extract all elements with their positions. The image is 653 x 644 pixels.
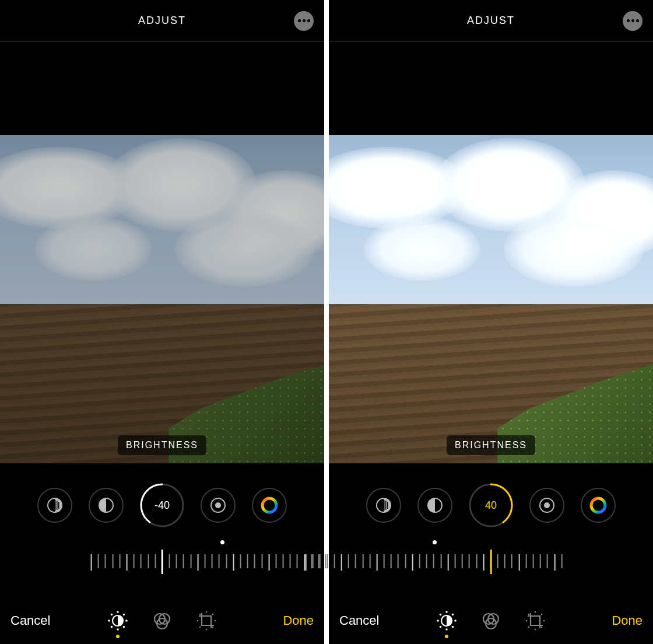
controls: -40 Cancel Done bbox=[0, 463, 324, 644]
cancel-button[interactable]: Cancel bbox=[10, 613, 50, 628]
contrast-dial[interactable] bbox=[89, 488, 124, 523]
ruler-tick bbox=[197, 554, 198, 571]
ruler-tick bbox=[355, 554, 356, 568]
svg-point-51 bbox=[543, 620, 545, 622]
adjustment-label-pill: BRIGHTNESS bbox=[447, 435, 535, 455]
filters-mode-icon[interactable] bbox=[150, 609, 174, 632]
header-title: ADJUST bbox=[467, 15, 515, 27]
bottom-bar: Cancel Done bbox=[0, 597, 324, 644]
ruler-tick bbox=[105, 554, 106, 568]
ruler-tick bbox=[433, 554, 434, 568]
adjustment-label: BRIGHTNESS bbox=[118, 435, 206, 455]
contrast-dial[interactable] bbox=[417, 488, 452, 523]
ruler-tick bbox=[540, 554, 541, 568]
svg-point-56 bbox=[528, 627, 530, 628]
ruler-tick bbox=[226, 554, 227, 568]
svg-point-53 bbox=[526, 620, 528, 622]
active-mode-indicator bbox=[445, 635, 448, 638]
ruler-tick bbox=[476, 554, 477, 568]
blackpoint-dial[interactable] bbox=[201, 488, 236, 523]
ruler-tick bbox=[268, 554, 269, 571]
brightness-dial[interactable]: -40 bbox=[140, 483, 184, 527]
svg-point-22 bbox=[215, 620, 216, 622]
ruler-tick bbox=[497, 554, 498, 568]
svg-point-43 bbox=[440, 614, 442, 616]
filters-mode-icon[interactable] bbox=[479, 609, 503, 632]
adjustment-dials: 40 bbox=[329, 477, 653, 533]
svg-point-26 bbox=[212, 614, 214, 615]
done-button[interactable]: Done bbox=[612, 613, 643, 628]
ruler-tick bbox=[155, 554, 156, 568]
ruler-tick bbox=[405, 554, 406, 568]
svg-point-16 bbox=[111, 626, 113, 628]
crop-mode-icon[interactable] bbox=[524, 609, 547, 632]
svg-point-39 bbox=[445, 611, 448, 613]
blackpoint-dial[interactable] bbox=[529, 488, 564, 523]
ruler-tick bbox=[469, 554, 470, 568]
saturation-dial[interactable] bbox=[581, 488, 616, 523]
ruler-tick bbox=[219, 554, 220, 568]
svg-point-50 bbox=[535, 611, 536, 613]
svg-point-11 bbox=[117, 628, 119, 631]
ruler-tick bbox=[525, 554, 526, 568]
svg-point-57 bbox=[541, 627, 543, 628]
ruler-tick bbox=[384, 554, 385, 568]
more-options-button[interactable] bbox=[623, 11, 643, 31]
svg-point-23 bbox=[206, 629, 208, 631]
ruler-tick bbox=[205, 554, 206, 568]
ruler-tick bbox=[313, 554, 314, 568]
svg-point-8 bbox=[262, 498, 276, 512]
header-title: ADJUST bbox=[138, 15, 186, 27]
ruler-tick bbox=[254, 554, 255, 568]
svg-rect-32 bbox=[387, 502, 388, 509]
ruler-tick bbox=[483, 554, 484, 571]
ruler-tick bbox=[391, 554, 392, 568]
ruler-tick bbox=[297, 554, 298, 568]
ruler-tick bbox=[398, 554, 399, 568]
svg-point-37 bbox=[591, 498, 605, 512]
bottom-bar: Cancel Done bbox=[329, 597, 653, 644]
ruler-tick bbox=[261, 554, 262, 568]
shadows-dial[interactable] bbox=[37, 488, 72, 523]
adjustment-label-pill: BRIGHTNESS bbox=[118, 435, 206, 455]
brightness-dial[interactable]: 40 bbox=[469, 483, 513, 527]
adjust-mode-icon[interactable] bbox=[106, 609, 129, 632]
svg-point-7 bbox=[215, 502, 221, 508]
ruler-tick bbox=[127, 554, 128, 571]
ruler-tick bbox=[212, 554, 213, 568]
svg-point-52 bbox=[535, 629, 536, 631]
value-slider[interactable] bbox=[329, 550, 653, 576]
ruler-tick bbox=[511, 554, 512, 568]
svg-point-41 bbox=[437, 620, 439, 622]
ruler-tick bbox=[447, 554, 448, 571]
adjust-mode-icon[interactable] bbox=[435, 609, 458, 632]
ruler-tick bbox=[554, 554, 555, 571]
ruler-tick bbox=[247, 554, 248, 568]
shadows-dial[interactable] bbox=[366, 488, 401, 523]
svg-point-12 bbox=[108, 620, 110, 622]
cancel-button[interactable]: Cancel bbox=[339, 613, 379, 628]
svg-point-44 bbox=[452, 614, 454, 616]
done-button[interactable]: Done bbox=[283, 613, 314, 628]
ruler-tick bbox=[341, 554, 342, 571]
ruler-tick bbox=[169, 554, 170, 568]
photo-preview[interactable]: BRIGHTNESS bbox=[329, 42, 653, 463]
adjustment-dials: -40 bbox=[0, 477, 324, 533]
value-slider[interactable] bbox=[0, 550, 324, 576]
svg-point-45 bbox=[440, 626, 442, 628]
ruler-tick bbox=[240, 554, 241, 568]
ruler-tick bbox=[504, 554, 505, 568]
svg-point-28 bbox=[212, 627, 214, 628]
svg-rect-30 bbox=[384, 500, 385, 511]
svg-point-14 bbox=[111, 614, 113, 616]
saturation-dial[interactable] bbox=[252, 488, 287, 523]
more-options-button[interactable] bbox=[294, 11, 314, 31]
ruler-tick bbox=[148, 554, 149, 568]
svg-point-17 bbox=[123, 626, 125, 628]
ruler-tick bbox=[283, 554, 284, 568]
svg-rect-1 bbox=[55, 500, 56, 511]
crop-mode-icon[interactable] bbox=[195, 609, 218, 632]
photo-preview[interactable]: BRIGHTNESS bbox=[0, 42, 324, 463]
ruler-tick bbox=[369, 554, 370, 568]
ruler-tick bbox=[320, 554, 321, 568]
